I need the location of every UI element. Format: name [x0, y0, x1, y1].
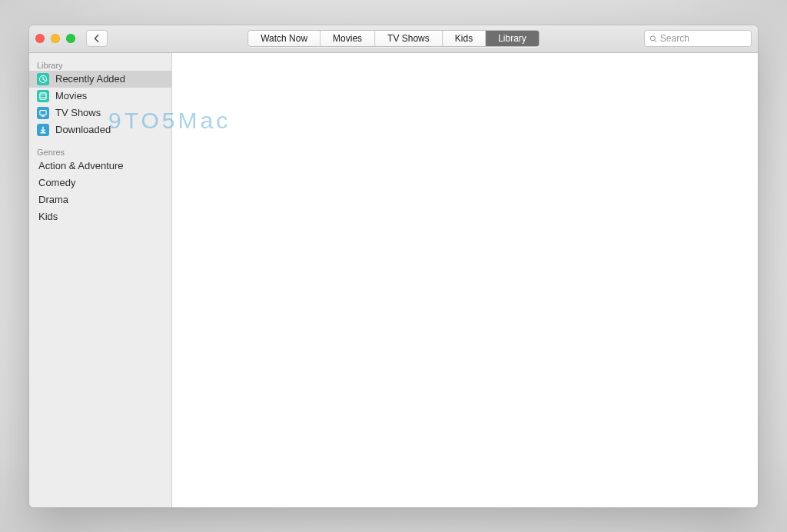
sidebar-item-movies[interactable]: Movies — [29, 88, 171, 105]
svg-rect-3 — [40, 92, 46, 98]
window-controls — [35, 34, 75, 43]
window-body: Library Recently Added Movies TV Shows — [29, 53, 758, 507]
sidebar-section-library: Library — [29, 58, 171, 71]
sidebar-item-recently-added[interactable]: Recently Added — [29, 71, 171, 88]
sidebar: Library Recently Added Movies TV Shows — [29, 53, 172, 507]
app-window: Watch Now Movies TV Shows Kids Library L… — [29, 25, 758, 507]
download-icon — [37, 124, 49, 136]
tv-icon — [37, 107, 49, 119]
tab-tv-shows[interactable]: TV Shows — [375, 31, 443, 46]
sidebar-item-genre-drama[interactable]: Drama — [29, 191, 171, 208]
clock-icon — [37, 73, 49, 85]
close-window-button[interactable] — [35, 34, 45, 43]
sidebar-item-label: TV Shows — [55, 107, 101, 118]
tab-watch-now[interactable]: Watch Now — [248, 31, 320, 46]
tab-movies[interactable]: Movies — [320, 31, 375, 46]
segmented-tabs: Watch Now Movies TV Shows Kids Library — [247, 30, 540, 47]
sidebar-item-genre-comedy[interactable]: Comedy — [29, 175, 171, 191]
svg-line-1 — [655, 40, 656, 42]
tab-kids[interactable]: Kids — [443, 31, 486, 46]
sidebar-item-genre-action[interactable]: Action & Adventure — [29, 158, 171, 175]
toolbar: Watch Now Movies TV Shows Kids Library — [29, 25, 758, 53]
chevron-left-icon — [93, 35, 101, 42]
svg-point-0 — [650, 35, 655, 40]
film-icon — [37, 90, 49, 102]
sidebar-item-label: Action & Adventure — [38, 160, 124, 171]
sidebar-item-downloaded[interactable]: Downloaded — [29, 121, 171, 138]
sidebar-section-genres: Genres — [29, 145, 171, 158]
sidebar-item-label: Comedy — [38, 177, 75, 188]
sidebar-item-label: Downloaded — [55, 124, 111, 135]
svg-rect-6 — [40, 110, 46, 115]
minimize-window-button[interactable] — [51, 34, 60, 43]
sidebar-item-label: Drama — [38, 194, 68, 205]
sidebar-item-label: Kids — [38, 211, 58, 222]
sidebar-item-label: Movies — [55, 90, 87, 101]
sidebar-item-label: Recently Added — [55, 73, 125, 85]
search-field[interactable] — [644, 30, 752, 47]
zoom-window-button[interactable] — [66, 34, 75, 43]
search-input[interactable] — [660, 33, 746, 44]
content-area: 9TO5Mac — [172, 53, 758, 507]
tab-library[interactable]: Library — [486, 31, 539, 46]
sidebar-item-genre-kids[interactable]: Kids — [29, 208, 171, 225]
back-button[interactable] — [86, 30, 108, 47]
search-icon — [649, 35, 657, 43]
sidebar-item-tv-shows[interactable]: TV Shows — [29, 105, 171, 121]
